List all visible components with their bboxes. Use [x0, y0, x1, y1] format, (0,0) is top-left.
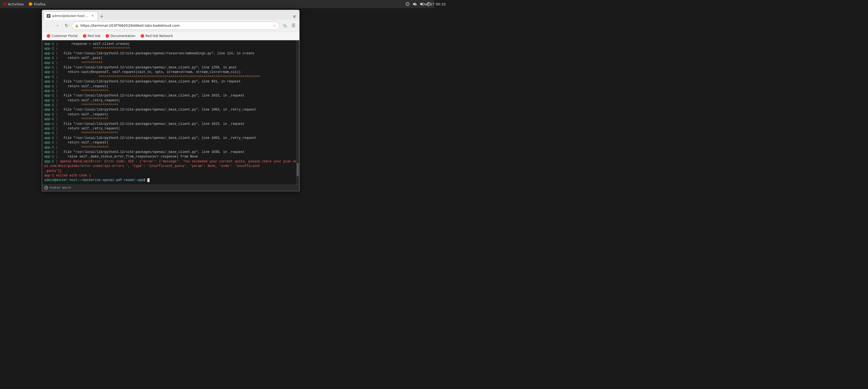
bookmark-red-hat-network[interactable]: 🔴 Red Hat Network	[138, 33, 175, 38]
watch-icon	[44, 186, 48, 190]
bookmark-red-hat[interactable]: 🔴 Red Hat	[81, 33, 103, 38]
back-button[interactable]: ←	[44, 22, 52, 29]
tab-favicon	[47, 14, 51, 18]
bookmark-documentation-label: Documentation	[111, 34, 135, 38]
svg-rect-13	[48, 16, 50, 16]
terminal-line: app-1 | ^^^^^^^^^^^^^^	[44, 89, 297, 93]
terminal-content[interactable]: app-1 | response = self.client.create( a…	[42, 40, 299, 185]
datetime-display: Dec 27 00:32	[422, 2, 434, 6]
bookmark-documentation[interactable]: 🔴 Documentation	[103, 33, 138, 38]
terminal-line: app-1 | File "/usr/local/lib/python3.12/…	[44, 51, 297, 56]
terminal-line: app-1 | File "/usr/local/lib/python3.12/…	[44, 79, 297, 84]
svg-rect-7	[416, 4, 416, 5]
activities-button[interactable]: Activities	[3, 2, 24, 6]
watch-label[interactable]: Enable Watch	[50, 186, 71, 189]
terminal-line: app-1 | raise self._make_status_error_fr…	[44, 155, 297, 159]
terminal-line: app-1 | response = self.client.create(	[44, 42, 297, 47]
terminal-line: app-1 | ^^^^^^^^^^^	[44, 61, 297, 65]
nav-bar: ← → ↻ 🔒 https://terminal-203f7660529d46e…	[42, 20, 299, 32]
terminal-line: app-1 | return self._request(	[44, 112, 297, 117]
terminal-line: app-1 | File "/usr/local/lib/python3.12/…	[44, 65, 297, 70]
terminal-line: app-1 | ^^^^^^^^^^^^^^^^^^^	[44, 47, 297, 51]
address-bar[interactable]: 🔒 https://terminal-203f7660529d46e0.labs…	[72, 22, 279, 30]
terminal-line: app-1 | File "/usr/local/lib/python3.12/…	[44, 93, 297, 98]
url-text: https://terminal-203f7660529d46e0.labs.k…	[81, 24, 271, 28]
terminal-line-exit: app-1 exited with code 1	[44, 173, 297, 178]
redhat-bookmark-icon-2: 🔴	[83, 34, 87, 38]
bookmark-red-hat-label: Red Hat	[88, 34, 101, 38]
terminal-line-error: app-1 | openai.RateLimitError: Error cod…	[44, 159, 297, 164]
active-tab[interactable]: admin@docker-host: ~/d... ✕	[44, 11, 98, 20]
svg-rect-14	[48, 17, 49, 17]
bookmarks-bar: 🔴 Customer Portal 🔴 Red Hat 🔴 Documentat…	[42, 32, 299, 40]
system-icon	[412, 2, 417, 6]
pocket-button[interactable]: 📎	[281, 22, 288, 29]
new-tab-button[interactable]: +	[98, 13, 105, 20]
terminal-line: app-1 | ^^^^^^^^^^^^^^^^^^^	[44, 131, 297, 136]
cursor	[147, 178, 150, 182]
top-bar: Activities Firefox Dec 27 00:32 ?	[0, 0, 434, 8]
terminal-line: app-1 | return self._request(	[44, 140, 297, 145]
redhat-bookmark-icon-3: 🔴	[105, 34, 109, 38]
firefox-icon	[28, 2, 33, 6]
bookmark-star-icon[interactable]: ☆	[273, 24, 276, 28]
svg-marker-8	[420, 2, 422, 6]
terminal-line: app-1 | return self._request(	[44, 84, 297, 89]
svg-rect-6	[414, 3, 415, 5]
tab-title: admin@docker-host: ~/d...	[52, 14, 89, 18]
security-icon: 🔒	[75, 24, 79, 28]
redhat-bookmark-icon-1: 🔴	[46, 34, 51, 38]
svg-rect-5	[413, 3, 414, 5]
terminal-line-error-cont: ai.com/docs/guides/error-codes/api-error…	[44, 164, 297, 169]
tab-bar: admin@docker-host: ~/d... ✕ + ✕	[42, 10, 299, 20]
scrollbar-thumb[interactable]	[297, 163, 299, 176]
terminal-line: app-1 | return self._post(	[44, 56, 297, 60]
bookmark-customer-portal[interactable]: 🔴 Customer Portal	[44, 33, 80, 38]
terminal-line: app-1 | ^^^^^^^^^^^^^^^^^^^	[44, 103, 297, 108]
watch-bar: Enable Watch	[42, 185, 299, 191]
terminal-line: app-1 | ^^^^^^^^^^^^^^	[44, 145, 297, 150]
firefox-label: Firefox	[34, 2, 45, 6]
tab-close-button[interactable]: ✕	[90, 14, 95, 18]
redhat-dot-icon	[3, 2, 6, 6]
scrollbar[interactable]	[296, 40, 299, 185]
svg-point-2	[30, 3, 31, 5]
window-close-button[interactable]: ✕	[291, 13, 298, 20]
terminal-prompt-line: admin@docker-host:~/dockerize-openai-pdf…	[44, 178, 297, 183]
terminal-line: app-1 | return cast(ResponseT, self.requ…	[44, 70, 297, 75]
firefox-button[interactable]: Firefox	[28, 2, 45, 6]
activities-label: Activities	[8, 2, 24, 6]
terminal-line: app-1 | ^^^^^^^^^^^^^^	[44, 117, 297, 121]
terminal-line: app-1 | File "/usr/local/lib/python3.12/…	[44, 150, 297, 155]
terminal-line: app-1 | File "/usr/local/lib/python3.12/…	[44, 108, 297, 112]
redhat-bookmark-icon-4: 🔴	[141, 34, 145, 38]
terminal-line: app-1 | File "/usr/local/lib/python3.12/…	[44, 122, 297, 127]
svg-rect-12	[48, 15, 50, 16]
svg-text:?: ?	[407, 3, 408, 6]
terminal-line-error-cont2: _quota'}}	[44, 169, 297, 173]
reload-button[interactable]: ↻	[63, 22, 70, 29]
browser-window: admin@docker-host: ~/d... ✕ + ✕ ← → ↻ 🔒 …	[42, 10, 300, 191]
terminal-line: app-1 | File "/usr/local/lib/python3.12/…	[44, 136, 297, 140]
terminal-line: app-1 | return self._retry_request(	[44, 98, 297, 103]
terminal-line: app-1 | ^^^^^^^^^^^^^^^^^^^^^^^^^^^^^^^^…	[44, 75, 297, 79]
terminal-line: app-1 | return self._retry_request(	[44, 127, 297, 131]
bookmark-customer-portal-label: Customer Portal	[52, 34, 78, 38]
network-icon: ?	[405, 2, 410, 6]
forward-button[interactable]: →	[54, 22, 61, 29]
bookmark-red-hat-network-label: Red Hat Network	[146, 34, 173, 38]
menu-button[interactable]: ☰	[289, 22, 297, 29]
